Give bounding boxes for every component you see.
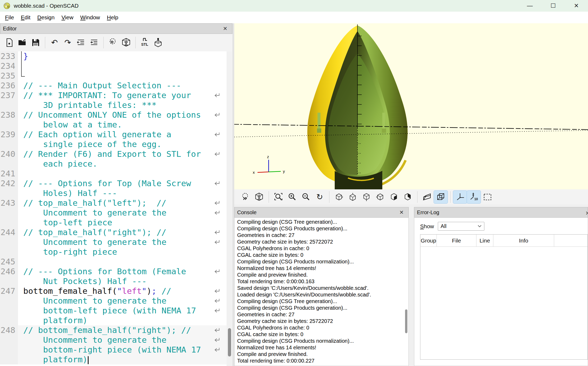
code-line-246[interactable]: 246// --- Options for Bottom (Female <box>0 267 232 276</box>
line-number: 247 <box>0 286 18 296</box>
console-line: CGAL Polyhedrons in cache: 0 <box>237 324 408 331</box>
export-3d-button[interactable] <box>151 36 165 49</box>
minimize-button[interactable]: — <box>518 0 541 12</box>
view-front-button[interactable] <box>387 191 401 203</box>
code-line-wrap[interactable]: below at a time. <box>0 120 232 130</box>
export-stl-button[interactable]: STL <box>138 36 151 49</box>
line-number <box>0 139 18 149</box>
save-button[interactable] <box>29 36 42 49</box>
right-column: z x y <box>234 23 588 366</box>
orthographic-button[interactable] <box>434 191 448 203</box>
editor-splitter[interactable] <box>232 23 234 366</box>
viewport-3d[interactable]: z x y <box>234 23 588 189</box>
code-line-233[interactable]: 233} <box>0 51 232 61</box>
code-line-wrap[interactable]: Uncomment to generate the <box>0 208 232 218</box>
code-line-248[interactable]: 248// bottom_female_half("right"); // <box>0 325 232 335</box>
new-file-button[interactable] <box>3 36 16 49</box>
code-line-wrap[interactable]: platform) <box>0 315 232 325</box>
code-line-wrap[interactable]: 3D printable files: *** <box>0 100 232 110</box>
editor-scrollbar[interactable] <box>227 51 232 366</box>
code-line-240[interactable]: 240// Render (F6) and Export to STL for <box>0 149 232 159</box>
console-output[interactable]: Compiling design (CSG Tree generation)..… <box>234 218 409 366</box>
zoom-out-button[interactable] <box>299 191 313 203</box>
line-number <box>0 315 18 325</box>
code-text: // Uncomment ONLY ONE of the options <box>18 110 201 120</box>
editor-close-button[interactable]: ✕ <box>221 25 229 32</box>
show-filter-dropdown[interactable]: All <box>438 222 484 231</box>
code-line-243[interactable]: 243// top_male_half("left"); // <box>0 198 232 208</box>
view-left-button[interactable] <box>373 191 387 203</box>
perspective-button[interactable] <box>420 191 434 203</box>
view-top-button[interactable] <box>346 191 360 203</box>
line-wrap-icon <box>213 326 221 334</box>
code-line-244[interactable]: 244// top_male_half("right"); // <box>0 227 232 237</box>
zoom-all-button[interactable] <box>272 191 285 203</box>
show-scale-markers-button[interactable]: 10 <box>467 191 481 203</box>
console-errorlog-splitter[interactable] <box>409 207 414 366</box>
code-line-wrap[interactable]: each piece. <box>0 159 232 169</box>
code-line-wrap[interactable]: Nut Pockets) Half --- <box>0 276 232 286</box>
code-line-wrap[interactable]: top-left piece <box>0 218 232 227</box>
vp-render-button[interactable] <box>252 191 266 203</box>
menu-file[interactable]: File <box>2 14 17 21</box>
code-line-wrap[interactable]: Uncomment to generate the <box>0 237 232 247</box>
errorlog-column-file[interactable]: File <box>437 235 476 246</box>
code-line-wrap[interactable]: Uncomment to generate the <box>0 296 232 306</box>
code-line-wrap[interactable]: bottom-left piece (with NEMA 17 <box>0 306 232 315</box>
menu-design[interactable]: Design <box>34 14 58 21</box>
code-line-234[interactable]: 234 <box>0 61 232 71</box>
console-line: Geometry cache size in bytes: 25722072 <box>237 318 408 324</box>
render-button[interactable] <box>120 36 133 49</box>
viewport-toolbar: ↻ <box>234 189 588 204</box>
code-line-239[interactable]: 239// Each option will generate a <box>0 130 232 139</box>
errorlog-column-info[interactable]: Info <box>493 235 554 246</box>
menu-view[interactable]: View <box>58 14 77 21</box>
indent-button[interactable] <box>88 36 101 49</box>
view-right-button[interactable] <box>332 191 346 203</box>
code-line-wrap[interactable]: Uncomment to generate the <box>0 335 232 345</box>
view-all-button[interactable] <box>481 191 494 203</box>
code-editor[interactable]: 233}234235236// --- Main Output Selectio… <box>0 51 232 366</box>
view-bottom-button[interactable] <box>360 191 373 203</box>
errorlog-column-line[interactable]: Line <box>476 235 493 246</box>
code-line-245[interactable]: 245 <box>0 257 232 267</box>
unindent-button[interactable] <box>74 36 88 49</box>
code-line-241[interactable]: 241 <box>0 169 232 179</box>
code-line-237[interactable]: 237// *** IMPORTANT: To generate your <box>0 90 232 100</box>
reset-view-button[interactable]: ↻ <box>313 191 327 203</box>
code-line-wrap[interactable]: bottom-right piece (with NEMA 17 <box>0 345 232 355</box>
menu-window[interactable]: Window <box>77 14 104 21</box>
errorlog-table-body[interactable] <box>420 247 587 359</box>
redo-button[interactable]: ↷ <box>61 36 74 49</box>
line-number <box>0 345 18 355</box>
editor-scrollbar-thumb[interactable] <box>228 328 231 356</box>
vp-preview-button[interactable] <box>238 191 252 203</box>
errorlog-column-group[interactable]: Group <box>420 235 437 246</box>
line-number: 240 <box>0 149 18 159</box>
close-button[interactable]: ✕ <box>565 0 588 12</box>
show-axes-button[interactable] <box>453 191 467 203</box>
console-line: Normalized tree has 14 elements! <box>237 265 408 272</box>
code-line-236[interactable]: 236// --- Main Output Selection --- <box>0 81 232 90</box>
menu-help[interactable]: Help <box>103 14 122 21</box>
menu-edit[interactable]: Edit <box>17 14 34 21</box>
code-line-wrap[interactable]: top-right piece <box>0 247 232 257</box>
redo-icon: ↷ <box>64 39 71 47</box>
zoom-in-button[interactable] <box>285 191 299 203</box>
errorlog-close-partial-icon[interactable]: ✕ <box>585 210 588 216</box>
code-line-235[interactable]: 235 <box>0 71 232 81</box>
open-file-button[interactable] <box>16 36 29 49</box>
code-line-247[interactable]: 247bottom_female_half("left"); // <box>0 286 232 296</box>
code-line-wrap[interactable]: single piece of the egg. <box>0 139 232 149</box>
preview-button[interactable] <box>106 36 120 49</box>
undo-button[interactable]: ↶ <box>48 36 61 49</box>
console-panel: Console ✕ Compiling design (CSG Tree gen… <box>234 207 409 366</box>
code-line-wrap[interactable]: platform) <box>0 355 232 364</box>
maximize-button[interactable]: ☐ <box>541 0 565 12</box>
code-line-wrap[interactable]: Holes) Half --- <box>0 188 232 198</box>
code-line-238[interactable]: 238// Uncomment ONLY ONE of the options <box>0 110 232 120</box>
view-back-button[interactable] <box>401 191 415 203</box>
code-line-242[interactable]: 242// --- Options for Top (Male Screw <box>0 179 232 188</box>
console-scrollbar-thumb[interactable] <box>405 309 407 333</box>
console-close-button[interactable]: ✕ <box>397 209 406 216</box>
